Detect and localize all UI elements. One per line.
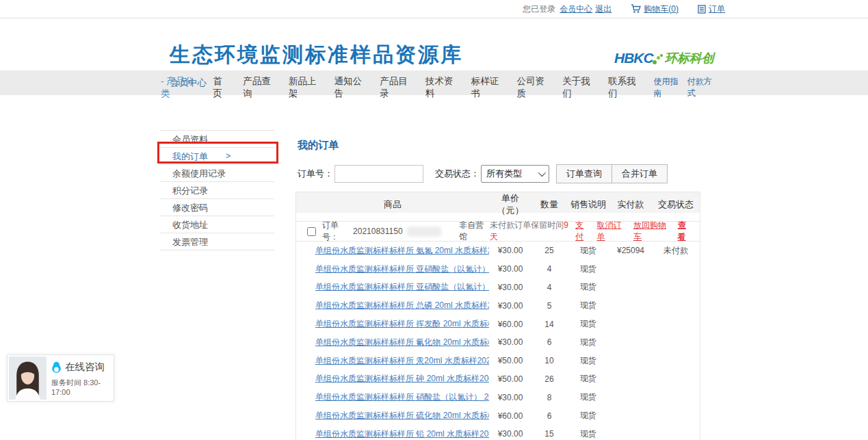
sidebar-item-label: 发票管理 [172,237,208,247]
order-action-link[interactable]: 放回购物车 [633,220,672,243]
trade-status: 未付款 [652,245,700,257]
product-link[interactable]: 单组份水质监测标样标样所 汞20ml 水质标样202051 [296,355,489,367]
quantity: 10 [531,356,567,365]
sidebar-item-label: 收货地址 [172,220,208,230]
product-link[interactable]: 单组份水质监测标样标样所 总磷 20ml 水质标样203997 [296,300,489,311]
unit-price: ¥50.00 [489,374,531,384]
quantity: 25 [531,246,567,255]
order-product-row: 单组份水质监测标样标样所 亚硝酸盐（以氮计） 20ml 水质标样200644 ¥… [296,279,700,297]
chat-title: 在线咨询 [65,361,105,374]
order-no-value: 20210831150 [353,227,403,236]
page-title: 我的订单 [298,139,700,152]
logged-in-text: 您已登录 [523,3,555,15]
quantity: 14 [531,320,567,329]
sidebar-item[interactable]: 积分记录 [160,182,274,199]
online-chat-widget[interactable]: 在线咨询 服务时间 8:30-17:00 [7,354,114,402]
product-link[interactable]: 单组份水质监测标样标样所 亚硝酸盐（以氮计） 20ml 水质标样200644 [296,281,489,293]
unit-price: ¥60.00 [489,320,531,329]
shop-tag: 非自营馆 [459,220,490,243]
sidebar-item[interactable]: 余额使用记录 [160,165,274,182]
order-product-row: 单组份水质监测标样标样所 硫化物 20ml 水质标样205544 ¥60.00 … [296,406,700,425]
status-select[interactable]: 所有类型 [481,165,549,183]
site-header: 生态环境监测标准样品资源库 HBKC 环标科创 - 产品分类 首页产品查询新品上… [0,18,868,70]
status-label: 交易状态： [435,168,479,180]
order-product-row: 单组份水质监测标样标样所 氰化物 20ml 水质标样201757 ¥30.00 … [296,333,700,352]
order-product-row: 单组份水质监测标样标样所 挥发酚 20ml 水质标样200364 ¥60.00 … [296,315,700,333]
redacted-order-suffix [407,227,442,237]
order-product-row: 单组份水质监测标样标样所 砷 20ml 水质标样200455 ¥50.00 26… [296,370,700,389]
order-action-link[interactable]: 支付 [575,220,590,243]
product-link[interactable]: 单组份水质监测标样标样所 硫化物 20ml 水质标样205544 [296,410,489,422]
sale-note: 现货 [567,355,609,367]
topbar: 您已登录 会员中心退出 购物车(0) 订单 [0,0,868,18]
quantity: 15 [531,429,567,439]
sale-note: 现货 [567,281,609,293]
orders-panel: 我的订单 订单号： 交易状态： 所有类型 订单查询 合并订单 商品单价（元）数量… [295,130,700,440]
status-select-value: 所有类型 [486,168,522,180]
sidebar-item[interactable]: 我的订单 > [160,148,274,165]
query-button[interactable]: 订单查询 [556,164,612,183]
quantity: 6 [531,337,567,347]
member-sidebar: 会员资料 我的订单 > 余额使用记录 积分记录 修改密码 [160,130,274,250]
order-action-link[interactable]: 查看 [678,220,693,243]
sidebar-item[interactable]: 发票管理 [160,233,274,250]
product-link[interactable]: 单组份水质监测标样标样所 亚硝酸盐（以氮计） 20ml 水质标样200643 [296,263,489,275]
product-link[interactable]: 单组份水质监测标样标样所 硝酸盐（以氮计） 20ml 水质标样200850 [296,391,489,403]
column-header: 交易状态 [652,198,700,211]
order-group: 订单 [698,3,725,15]
order-product-row: 单组份水质监测标样标样所 氨氮 20ml 水质标样2005153 ¥30.00 … [296,242,700,260]
service-time: 服务时间 8:30-17:00 [51,378,112,396]
sidebar-item[interactable]: 会员资料 [160,131,274,148]
order-product-row: 单组份水质监测标样标样所 亚硝酸盐（以氮计） 20ml 水质标样200643 ¥… [296,260,700,279]
sale-note: 现货 [567,245,609,257]
sidebar-item[interactable]: 收货地址 [160,216,274,233]
table-header-row: 商品单价（元）数量销售说明实付款交易状态 [296,192,700,213]
order-product-row: 单组份水质监测标样标样所 汞20ml 水质标样202051 ¥50.00 10 … [296,352,700,370]
product-link[interactable]: 单组份水质监测标样标样所 氨氮 20ml 水质标样2005153 [296,245,489,257]
column-header: 商品 [296,198,489,211]
product-link[interactable]: 单组份水质监测标样标样所 铅 20ml 水质标样201240 [296,428,489,440]
sale-note: 现货 [567,373,609,385]
sale-note: 现货 [567,428,609,440]
order-checkbox[interactable] [307,227,316,236]
order-link[interactable]: 订单 [709,3,725,15]
order-actions: 支付取消订单放回购物车查看 [575,220,693,243]
sidebar-item-label: 积分记录 [172,185,208,196]
column-header: 单价（元） [489,192,531,217]
product-link[interactable]: 单组份水质监测标样标样所 砷 20ml 水质标样200455 [296,373,489,385]
site-logo-text[interactable]: 生态环境监测标准样品资源库 [170,44,463,65]
content-area: 会员资料 我的订单 > 余额使用记录 积分记录 修改密码 [0,95,868,424]
member-center-link[interactable]: 会员中心 [560,3,592,15]
cart-group: 购物车(0) [631,3,679,15]
sale-note: 现货 [567,391,609,403]
column-header: 数量 [531,198,567,211]
sale-note: 现货 [567,318,609,330]
hbkc-logo-dots-icon [652,54,663,66]
unit-price: ¥30.00 [489,429,531,439]
service-agent-avatar [9,357,47,400]
cart-icon [631,4,641,14]
unit-price: ¥30.00 [489,301,531,311]
sidebar-item-label: 我的订单 [172,151,208,161]
merge-orders-button[interactable]: 合并订单 [611,164,668,183]
order-product-row: 单组份水质监测标样标样所 硝酸盐（以氮计） 20ml 水质标样200850 ¥3… [296,388,700,406]
order-no-label: 订单号： [298,168,333,180]
order-group-row: 订单号：20210831150 非自营馆 未付款订单保留时间9天 支付取消订单放… [296,221,700,242]
product-link[interactable]: 单组份水质监测标样标样所 挥发酚 20ml 水质标样200364 [296,318,489,330]
nav-category-bullet: - [161,76,164,86]
order-list-icon [698,5,706,14]
logout-link[interactable]: 退出 [595,3,611,15]
quantity: 26 [531,374,567,384]
sidebar-item[interactable]: 修改密码 [160,199,274,216]
unit-price: ¥50.00 [489,356,531,365]
unit-price: ¥30.00 [489,337,531,347]
sale-note: 现货 [567,337,609,348]
order-no-input[interactable] [334,165,423,183]
product-link[interactable]: 单组份水质监测标样标样所 氰化物 20ml 水质标样201757 [296,337,489,348]
quantity: 6 [531,411,567,421]
quantity: 4 [531,264,567,274]
unit-price: ¥30.00 [489,393,531,402]
order-action-link[interactable]: 取消订单 [597,220,628,243]
cart-link[interactable]: 购物车(0) [644,3,679,15]
chevron-down-icon [538,169,546,177]
